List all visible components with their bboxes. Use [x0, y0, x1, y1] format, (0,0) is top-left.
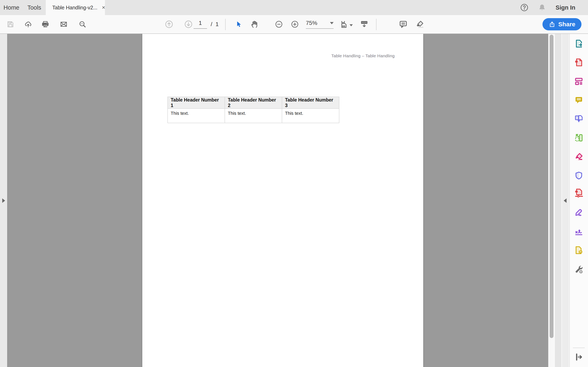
- table-cell: This text.: [282, 108, 339, 123]
- chevron-down-icon[interactable]: [350, 24, 353, 26]
- tools-panel: [569, 34, 588, 367]
- more-tools-icon[interactable]: [574, 264, 584, 274]
- table-header-cell: Table Header Number 3: [282, 97, 339, 108]
- expand-right-pane-icon[interactable]: [564, 198, 567, 203]
- hand-tool-icon[interactable]: [250, 20, 259, 29]
- selection-tool-icon[interactable]: [235, 20, 243, 28]
- request-signatures-icon[interactable]: [574, 226, 584, 236]
- divider: [225, 19, 226, 30]
- page-number-input[interactable]: 1: [194, 20, 207, 29]
- pdf-table: Table Header Number 1 Table Header Numbe…: [167, 97, 339, 123]
- print-icon[interactable]: [41, 20, 49, 28]
- document-viewport: Table Handling – Table Handling Table He…: [7, 34, 555, 367]
- comment-icon[interactable]: [398, 20, 408, 29]
- create-pdf-icon[interactable]: [574, 58, 584, 67]
- sign-in-button[interactable]: Sign In: [555, 4, 575, 11]
- tab-bar: Home Tools Table Handling-v2... × Sign I…: [0, 0, 588, 15]
- help-icon[interactable]: [520, 3, 528, 12]
- expand-left-pane-icon[interactable]: [2, 198, 5, 203]
- compress-pdf-icon[interactable]: [574, 188, 584, 198]
- table-header-cell: Table Header Number 1: [168, 97, 225, 108]
- table-header-cell: Table Header Number 2: [225, 97, 282, 108]
- redact-icon[interactable]: [574, 152, 584, 162]
- edit-pdf-icon[interactable]: [574, 76, 584, 86]
- email-icon[interactable]: [60, 20, 68, 28]
- open-tools-pane-icon[interactable]: [574, 352, 584, 362]
- vertical-scrollbar[interactable]: [548, 34, 555, 367]
- table-cell: This text.: [225, 108, 282, 123]
- zoom-out-icon[interactable]: [275, 20, 283, 28]
- scrollbar-thumb[interactable]: [550, 35, 553, 338]
- table-row: This text. This text. This text.: [168, 108, 339, 123]
- next-page-icon[interactable]: [184, 20, 193, 29]
- pdf-running-header: Table Handling – Table Handling: [331, 53, 395, 58]
- share-label: Share: [558, 21, 575, 28]
- fill-and-sign-icon[interactable]: [574, 207, 584, 217]
- close-icon[interactable]: ×: [102, 5, 105, 10]
- send-for-review-icon[interactable]: [574, 245, 584, 255]
- page-count-label: / 1: [211, 21, 219, 27]
- tab-tools[interactable]: Tools: [23, 0, 46, 15]
- left-pane-gutter[interactable]: [0, 34, 7, 367]
- divider: [573, 348, 585, 348]
- zoom-level-value: 75%: [306, 20, 317, 26]
- previous-page-icon[interactable]: [164, 20, 173, 29]
- scroll-mode-icon[interactable]: [360, 20, 369, 29]
- search-icon[interactable]: [78, 20, 86, 28]
- fit-width-icon[interactable]: [340, 20, 349, 29]
- cloud-upload-icon[interactable]: [24, 20, 32, 28]
- table-cell: This text.: [168, 108, 225, 123]
- protect-icon[interactable]: [574, 171, 584, 180]
- save-icon[interactable]: [6, 20, 15, 28]
- pdf-page: Table Handling – Table Handling Table He…: [142, 34, 423, 367]
- comment-tool-icon[interactable]: [574, 95, 584, 105]
- combine-files-icon[interactable]: [574, 114, 584, 124]
- table-header-row: Table Header Number 1 Table Header Numbe…: [168, 97, 339, 108]
- export-pdf-icon[interactable]: [574, 39, 584, 49]
- toolbar: 1 / 1 75%: [0, 15, 588, 34]
- zoom-in-icon[interactable]: [291, 20, 299, 28]
- share-button[interactable]: Share: [543, 18, 581, 30]
- notification-bell-icon[interactable]: [538, 3, 546, 12]
- zoom-level-dropdown[interactable]: 75%: [306, 20, 334, 29]
- highlighter-icon[interactable]: [415, 20, 425, 29]
- document-tab-title: Table Handling-v2...: [52, 5, 97, 11]
- main-area: Table Handling – Table Handling Table He…: [0, 34, 588, 367]
- right-pane-gutter[interactable]: [562, 34, 569, 367]
- divider: [376, 19, 376, 30]
- document-tab[interactable]: Table Handling-v2... ×: [46, 0, 105, 15]
- chevron-down-icon: [330, 22, 334, 24]
- tab-home[interactable]: Home: [0, 0, 23, 15]
- organize-pages-icon[interactable]: [574, 133, 584, 143]
